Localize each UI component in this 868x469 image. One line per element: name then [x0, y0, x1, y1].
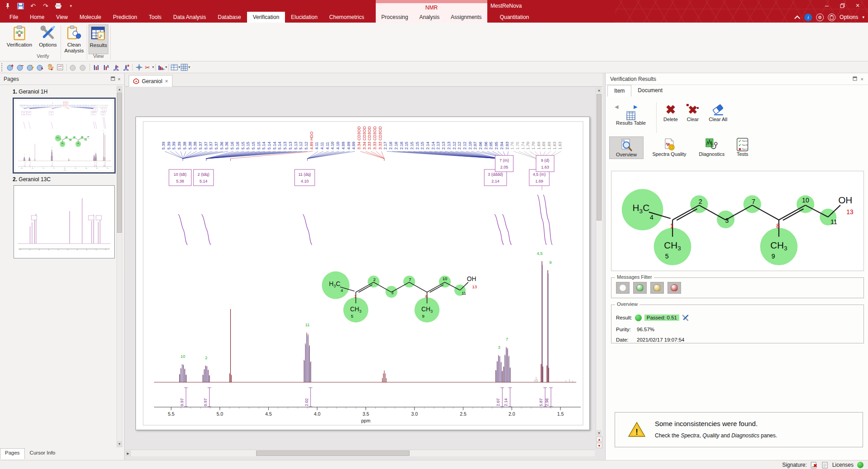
diagnostics-view-button[interactable]: Diagnostics [694, 136, 729, 158]
filter-warning-button[interactable] [650, 282, 664, 294]
canvas-vertical-scrollbar[interactable]: ▲ ▼ [596, 87, 602, 436]
previous-page-button[interactable]: ▲ [596, 436, 602, 442]
menu-tab-tools[interactable]: Tools [143, 12, 168, 23]
clear-button[interactable]: ✖ Clear [683, 103, 702, 122]
menu-tab-elucidation[interactable]: Elucidation [285, 12, 323, 23]
dropdown-icon[interactable]: ▾ [188, 65, 190, 69]
peak-picking-icon[interactable] [91, 63, 101, 72]
table-view-icon[interactable]: ▾ [170, 63, 180, 72]
page-1-label[interactable]: 1. Geraniol 1H [13, 89, 47, 95]
scroll-up-icon[interactable]: ▲ [597, 87, 602, 93]
spectrum-page[interactable]: 5.395.395.395.395.385.385.385.375.375.37… [135, 117, 590, 430]
menu-tab-file[interactable]: File [4, 12, 24, 23]
spectra-quality-view-button[interactable]: Spectra Quality [646, 136, 692, 158]
tab-item[interactable]: Item [607, 85, 631, 97]
peak-select-icon[interactable] [35, 63, 45, 72]
options-button[interactable]: Options [37, 24, 59, 54]
close-panel-icon[interactable]: × [118, 76, 121, 82]
redo-icon[interactable]: ↷ [42, 2, 50, 10]
gear-icon[interactable]: ⚙ [816, 14, 824, 21]
nav-forward-icon[interactable]: ▶ [634, 104, 637, 110]
clean-analysis-button[interactable]: Clean Analysis [62, 24, 86, 54]
clear-all-button[interactable]: Clear All [704, 103, 732, 122]
toolbar-drag-handle[interactable] [1, 63, 3, 71]
menu-tab-home[interactable]: Home [24, 12, 50, 23]
canvas-horizontal-scrollbar[interactable]: ◀ ▶ [125, 450, 595, 456]
next-page-button[interactable]: ▼ [596, 443, 602, 448]
results-table-button[interactable]: Results Table [609, 111, 653, 126]
verification-button[interactable]: Verification [5, 24, 34, 54]
results-button[interactable]: Results [89, 24, 108, 54]
page-2-thumbnail[interactable] [14, 185, 115, 258]
overview-view-button[interactable]: Overview [609, 136, 644, 159]
scrollbar-thumb[interactable] [597, 94, 602, 220]
dropdown-icon[interactable]: ▾ [152, 65, 154, 69]
filter-fail-button[interactable] [667, 282, 681, 294]
menu-tab-database[interactable]: Database [212, 12, 247, 23]
peak-report-icon[interactable] [55, 63, 65, 72]
tests-view-button[interactable]: ✔Test A ✔Test B ✖Test C Tests [731, 136, 754, 158]
tab-pages[interactable]: Pages [0, 448, 25, 459]
info-icon[interactable]: i [804, 14, 812, 21]
scrollbar-thumb[interactable] [256, 450, 410, 456]
crosshair-icon[interactable] [134, 63, 144, 72]
page-2-label[interactable]: 2. Geraniol 13C [13, 176, 51, 183]
signature-page-icon[interactable] [821, 462, 829, 469]
options-dropdown-icon[interactable]: ▾ [862, 15, 864, 19]
peak-zoom-out-icon[interactable]: − [15, 63, 25, 72]
add-peak-icon[interactable]: + [121, 63, 131, 72]
menu-tab-molecule[interactable]: Molecule [74, 12, 107, 23]
peak-edit-icon[interactable] [25, 63, 35, 72]
minimize-button[interactable]: – [819, 0, 835, 11]
document-tab-geraniol[interactable]: Geraniol × [129, 75, 173, 87]
restore-button[interactable] [835, 0, 850, 11]
scroll-down-icon[interactable]: ▼ [117, 441, 122, 447]
menu-tab-processing[interactable]: Processing [379, 12, 410, 23]
manual-peak-icon[interactable]: + [45, 63, 55, 72]
scroll-up-icon[interactable]: ▲ [117, 86, 122, 92]
menu-tab-analysis[interactable]: Analysis [417, 12, 441, 23]
binning-icon[interactable]: ▾ [157, 63, 167, 72]
delete-button[interactable]: ✖ Delete [660, 103, 681, 122]
result-tools-icon[interactable] [682, 314, 690, 321]
signature-invalid-icon[interactable]: ✖ [811, 462, 818, 469]
menu-tab-data-analysis[interactable]: Data Analysis [168, 12, 212, 23]
menu-tab-quantitation[interactable]: Quantitation [498, 12, 531, 23]
nav-back-icon[interactable]: ◀ [615, 104, 618, 110]
page-1-thumbnail[interactable]: 5.395.395.395.395.385.385.385.375.375.37… [14, 98, 115, 173]
fit-peak-icon[interactable] [111, 63, 121, 72]
pin-icon[interactable] [4, 2, 12, 10]
filter-pass-button[interactable] [633, 282, 647, 294]
close-button[interactable]: × [850, 0, 865, 11]
menu-tab-assignments[interactable]: Assignments [449, 12, 484, 23]
dropdown-icon[interactable]: ▾ [165, 65, 167, 69]
peak-threshold-icon[interactable] [101, 63, 111, 72]
float-panel-icon[interactable] [853, 76, 857, 82]
options-menu[interactable]: Options [840, 14, 858, 20]
tab-document[interactable]: Document [631, 85, 669, 97]
quick-access-dropdown-icon[interactable]: ▾ [67, 2, 75, 10]
filter-all-button[interactable] [616, 282, 630, 294]
save-icon[interactable] [16, 2, 24, 10]
close-document-icon[interactable]: × [165, 78, 168, 84]
menu-tab-chemometrics[interactable]: Chemometrics [323, 12, 370, 23]
menu-tab-view[interactable]: View [50, 12, 74, 23]
scrollbar-thumb[interactable] [117, 93, 122, 233]
menu-tab-verification[interactable]: Verification [247, 12, 285, 23]
molecule-view[interactable]: H3C4123781011OH13CH35CH39 [611, 171, 864, 271]
cut-region-icon[interactable]: ✂▾ [144, 63, 154, 72]
report-grid-icon[interactable]: ▾ [180, 63, 190, 72]
print-icon[interactable] [54, 2, 62, 10]
licenses-label[interactable]: Licenses [832, 462, 854, 468]
float-panel-icon[interactable] [111, 76, 115, 82]
menu-tab-prediction[interactable]: Prediction [107, 12, 143, 23]
ghost-peak-2-icon[interactable] [78, 63, 88, 72]
ghost-peak-icon[interactable] [68, 63, 78, 72]
scroll-down-icon[interactable]: ▼ [597, 430, 602, 436]
close-panel-icon[interactable]: × [861, 76, 863, 82]
undo-icon[interactable]: ↶ [29, 2, 37, 10]
clipboard-icon[interactable] [828, 14, 835, 21]
pages-panel-scrollbar[interactable]: ▲ ▼ [117, 86, 122, 447]
peak-zoom-in-icon[interactable]: + [5, 63, 15, 72]
tab-cursor-info[interactable]: Cursor Info [25, 448, 61, 459]
